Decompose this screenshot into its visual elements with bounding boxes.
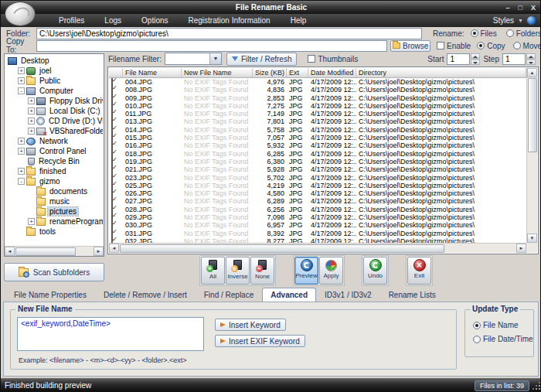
checkbox-cell[interactable] — [109, 86, 123, 94]
checked-checkbox-icon[interactable] — [111, 150, 113, 158]
thumbnails-checkbox[interactable]: Thumbnails — [308, 55, 358, 63]
enable-checkbox[interactable]: Enable — [437, 42, 471, 50]
tree-expander-icon[interactable]: - — [18, 178, 25, 185]
copy-to-input[interactable] — [36, 40, 387, 52]
insert-exif-keyword-button[interactable]: Insert EXIF Keyword — [215, 335, 305, 347]
table-row[interactable]: 018.JPGNo EXIF Tags Found6,285JPG4/17/20… — [109, 150, 526, 158]
tree-expander-icon[interactable]: + — [18, 67, 25, 74]
rename-radio-folders[interactable]: Folders — [506, 29, 541, 38]
tree-item-recycle-bin[interactable]: Recycle Bin — [5, 156, 103, 166]
checkbox-cell[interactable] — [109, 165, 123, 173]
table-row[interactable]: 008.JPGNo EXIF Tags Found4,836JPG4/17/20… — [109, 86, 526, 94]
tab-delete-remove-insert[interactable]: Delete / Remove / Insert — [95, 288, 196, 302]
exit-button[interactable]: ×Exit — [407, 257, 431, 285]
menu-item-profiles[interactable]: Profiles — [49, 16, 94, 25]
tree-expander-icon[interactable]: + — [28, 107, 35, 114]
checkbox-cell[interactable] — [109, 118, 123, 125]
radio-icon[interactable] — [513, 42, 521, 49]
table-row[interactable]: 028.JPGNo EXIF Tags Found6,256JPG4/17/20… — [109, 206, 526, 213]
checked-checkbox-icon[interactable] — [111, 86, 113, 94]
tree-expander-icon[interactable]: + — [28, 128, 35, 135]
scroll-left-icon[interactable]: ◄ — [109, 244, 119, 253]
checkbox-cell[interactable] — [109, 158, 123, 165]
tree-item-pictures[interactable]: pictures — [5, 206, 103, 216]
tab-rename-lists[interactable]: Rename Lists — [380, 288, 444, 302]
checked-checkbox-icon[interactable] — [111, 102, 113, 110]
tree-item-documents[interactable]: documents — [5, 186, 103, 196]
checkbox-cell[interactable] — [109, 141, 123, 149]
preview-button[interactable]: Preview — [294, 257, 318, 285]
spin-up-icon[interactable] — [526, 53, 536, 59]
table-row[interactable]: 014.JPGNo EXIF Tags Found5,758JPG4/17/20… — [109, 126, 526, 134]
radio-icon[interactable] — [473, 336, 481, 343]
tree-expander-icon[interactable]: + — [18, 168, 25, 175]
table-row[interactable]: 011.JPGNo EXIF Tags Found7,149JPG4/17/20… — [109, 110, 526, 118]
table-row[interactable]: 009.JPGNo EXIF Tags Found2,853JPG4/17/20… — [109, 94, 526, 102]
checkbox-cell[interactable] — [109, 150, 123, 158]
table-row[interactable]: 015.JPGNo EXIF Tags Found7,057JPG4/17/20… — [109, 134, 526, 141]
spin-down-icon[interactable] — [526, 60, 536, 65]
tree-expander-icon[interactable]: - — [18, 87, 25, 94]
tree-item-computer[interactable]: -Computer — [5, 86, 103, 96]
menu-item-logs[interactable]: Logs — [94, 16, 131, 25]
checked-checkbox-icon[interactable] — [111, 110, 113, 118]
checked-checkbox-icon[interactable] — [111, 197, 113, 205]
tree-expander-icon[interactable]: + — [18, 148, 25, 155]
checked-checkbox-icon[interactable] — [111, 213, 113, 221]
tree-item-gizmo[interactable]: -gizmo — [5, 176, 103, 186]
checked-checkbox-icon[interactable] — [111, 78, 113, 86]
column-header-date-modified[interactable]: Date Modified — [308, 68, 356, 77]
checked-checkbox-icon[interactable] — [111, 182, 113, 189]
undo-button[interactable]: Undo — [363, 257, 387, 285]
folder-input[interactable]: C:\Users\joel\Desktop\gizmo\pictures\ — [36, 28, 422, 39]
filter-refresh-button[interactable]: Filter / Refresh — [226, 53, 298, 66]
scroll-down-icon[interactable]: ▼ — [527, 233, 537, 243]
tree-item-desktop[interactable]: Desktop — [5, 56, 103, 66]
tree-item-vbsharedfolder-vboxsvr-z[interactable]: +VBSharedFolder (\\vboxsvr\) (Z — [5, 126, 103, 136]
checked-checkbox-icon[interactable] — [111, 141, 113, 149]
tree-item-tools[interactable]: tools — [5, 227, 103, 237]
scan-subfolders-button[interactable]: Scan Subfolders — [4, 263, 104, 281]
copymove-radio-move[interactable]: Move — [513, 42, 541, 50]
tree-item-joel[interactable]: +joel — [5, 66, 103, 76]
column-header-ext[interactable]: Ext — [287, 68, 308, 77]
checked-checkbox-icon[interactable] — [111, 230, 113, 237]
styles-menu[interactable]: Styles — [493, 16, 514, 25]
tab-find-replace[interactable]: Find / Replace — [196, 288, 262, 302]
tree-expander-icon[interactable]: + — [28, 97, 35, 104]
start-stepper[interactable]: 1 — [447, 53, 480, 65]
close-button[interactable]: X — [531, 4, 536, 12]
tree-item-cd-drive-d-virtualbox-guest[interactable]: +CD Drive (D:) VirtualBox Guest — [5, 116, 103, 126]
column-header-size-kb[interactable]: Size (KB) — [253, 68, 287, 77]
checked-checkbox-icon[interactable] — [111, 94, 113, 102]
radio-icon[interactable] — [477, 42, 485, 49]
checkbox-cell[interactable] — [109, 237, 123, 243]
checked-checkbox-icon[interactable] — [111, 134, 113, 141]
scroll-right-icon[interactable]: ► — [94, 247, 104, 256]
tree-item-renameprograms[interactable]: +renamePrograms — [5, 216, 103, 227]
table-row[interactable]: 031.JPGNo EXIF Tags Found8,392JPG4/17/20… — [109, 230, 526, 237]
tree-item-finished[interactable]: +finished — [5, 166, 103, 176]
table-row[interactable]: 029.JPGNo EXIF Tags Found7,098JPG4/17/20… — [109, 213, 526, 221]
spin-up-icon[interactable] — [471, 53, 480, 59]
tree-item-music[interactable]: music — [5, 196, 103, 206]
table-row[interactable]: 013.JPGNo EXIF Tags Found7,801JPG4/17/20… — [109, 118, 526, 125]
checked-checkbox-icon[interactable] — [111, 126, 113, 134]
tree-item-network[interactable]: +Network — [5, 136, 103, 146]
column-header-new-file-name[interactable]: New File Name — [182, 68, 253, 77]
table-row[interactable]: 019.JPGNo EXIF Tags Found6,380JPG4/17/20… — [109, 158, 526, 165]
filename-filter-dropdown[interactable]: ▼ — [165, 53, 222, 65]
radio-icon[interactable] — [506, 29, 514, 37]
scroll-up-icon[interactable]: ▲ — [527, 68, 537, 77]
rename-radio-files[interactable]: Files — [471, 29, 497, 38]
resize-grip[interactable] — [533, 383, 540, 390]
checkbox-icon[interactable] — [437, 42, 444, 49]
table-row[interactable]: 021.JPGNo EXIF Tags Found5,928JPG4/17/20… — [109, 165, 526, 173]
tab-advanced[interactable]: Advanced — [262, 288, 316, 303]
scrollbar-thumb[interactable] — [120, 244, 444, 253]
update-type-radio-file-name[interactable]: File Name — [473, 321, 533, 329]
checkbox-cell[interactable] — [109, 189, 123, 197]
none-button[interactable]: −None — [250, 257, 274, 285]
tree-expander-icon[interactable]: + — [18, 138, 25, 145]
tree-item-public[interactable]: +Public — [5, 76, 103, 86]
